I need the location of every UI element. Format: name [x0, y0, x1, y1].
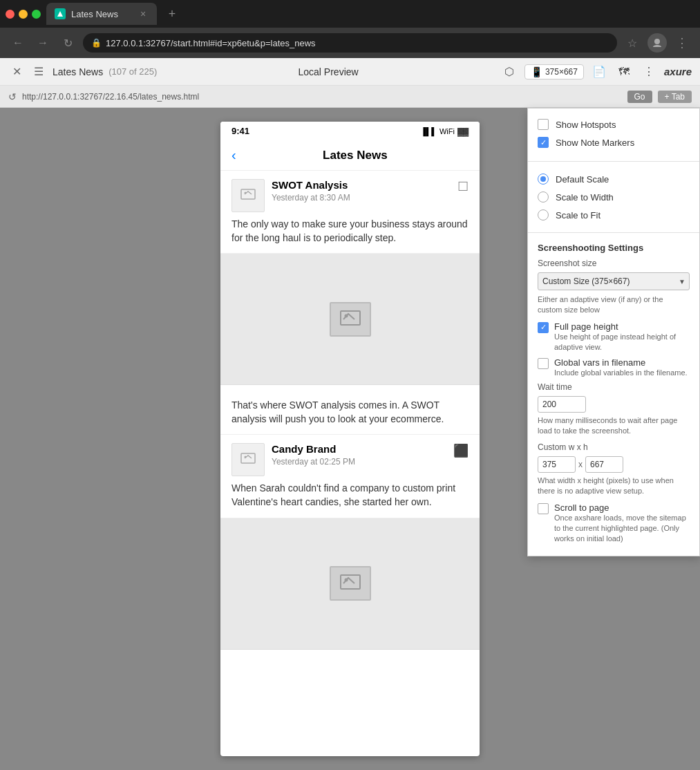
sitemap-icon[interactable]: 🗺	[614, 62, 634, 82]
scale-width-radio[interactable]	[538, 191, 549, 203]
custom-h-input[interactable]	[585, 456, 623, 473]
full-page-height-desc: Use height of page instead height of ada…	[554, 332, 690, 353]
svg-point-7	[245, 456, 247, 458]
wait-time-input[interactable]	[538, 396, 586, 413]
wait-time-row	[538, 396, 690, 413]
bookmark-icon-2[interactable]: ⬛	[453, 443, 469, 458]
page-info: (107 of 225)	[108, 66, 157, 77]
mobile-header: ‹ Lates News	[220, 140, 480, 171]
address-bar[interactable]: 🔒 127.0.0.1:32767/start.html#id=xp6etu&p…	[83, 33, 617, 53]
close-icon[interactable]: ✕	[8, 64, 25, 80]
news-item-2: Candy Brand Yesterday at 02:25 PM ⬛ When…	[220, 435, 480, 518]
mobile-status-bar: 9:41 ▐▌▌ WiFi ▓▓	[220, 122, 480, 140]
show-note-markers-checkbox[interactable]	[538, 137, 549, 148]
scroll-to-page-info: Scroll to page Once axshare loads, move …	[554, 503, 690, 545]
global-vars-checkbox[interactable]	[538, 358, 549, 369]
scale-fit-row[interactable]: Scale to Fit	[538, 206, 690, 224]
custom-wh-row: x	[538, 456, 690, 473]
forward-button[interactable]: →	[33, 33, 53, 53]
sec-url: http://127.0.0.1:32767/22.16.45/lates_ne…	[22, 92, 199, 102]
screenshooting-section: Screenshooting Settings Screenshot size …	[528, 236, 699, 556]
mobile-back-button[interactable]: ‹	[231, 147, 236, 163]
news-item-1: SWOT Analysis Yesterday at 8:30 AM ☐ The…	[220, 171, 480, 254]
nav-bar: ← → ↻ 🔒 127.0.0.1:32767/start.html#id=xp…	[0, 28, 700, 58]
more-icon[interactable]: ⋮	[639, 62, 659, 82]
screenshot-size-select[interactable]: Custom Size (375×667)	[538, 272, 690, 290]
battery-icon: ▓▓	[457, 127, 469, 135]
panel-top-section: Show Hotspots Show Note Markers	[528, 109, 699, 158]
hamburger-icon[interactable]: ☰	[30, 64, 47, 80]
show-hotspots-checkbox[interactable]	[538, 119, 549, 130]
plus-tab-button[interactable]: + Tab	[658, 91, 692, 103]
device-badge[interactable]: 📱 375×667	[524, 64, 584, 79]
scale-default-radio[interactable]	[538, 173, 549, 185]
notes-icon[interactable]: 📄	[589, 62, 609, 82]
scroll-to-page-row: Scroll to page Once axshare loads, move …	[538, 503, 690, 545]
svg-point-9	[344, 579, 348, 582]
go-button[interactable]: Go	[627, 91, 652, 103]
minimize-traffic-light[interactable]	[19, 10, 28, 19]
global-vars-label: Global vars in filename	[554, 357, 688, 368]
scale-fit-radio[interactable]	[538, 209, 549, 220]
full-page-height-row: Full page height Use height of page inst…	[538, 321, 690, 353]
scroll-to-page-checkbox[interactable]	[538, 503, 549, 514]
custom-wh-label: Custom w x h	[538, 442, 690, 452]
scale-fit-label: Scale to Fit	[556, 210, 600, 220]
traffic-lights	[6, 10, 41, 19]
mobile-page-title: Lates News	[242, 149, 469, 162]
header-icons: ⬡ 📱 375×667 📄 🗺 ⋮ axure	[500, 62, 692, 82]
sec-refresh-icon[interactable]: ↺	[8, 91, 17, 102]
custom-wh-desc: What width x height (pixels) to use when…	[538, 476, 690, 497]
app-title: Lates News	[53, 66, 103, 77]
tab-close-button[interactable]: ×	[138, 8, 149, 19]
full-page-height-checkbox[interactable]	[538, 322, 549, 333]
share-icon[interactable]: ⬡	[500, 62, 519, 82]
maximize-traffic-light[interactable]	[32, 10, 41, 19]
sec-tab-buttons: + Tab	[658, 91, 692, 103]
close-traffic-light[interactable]	[6, 10, 15, 19]
bookmark-icon-1[interactable]: ☐	[457, 179, 469, 194]
scale-width-row[interactable]: Scale to Width	[538, 188, 690, 206]
scale-section: Default Scale Scale to Width Scale to Fi…	[528, 165, 699, 229]
screenshot-size-select-wrap: Custom Size (375×667) ▼	[538, 272, 690, 290]
app-header: ✕ ☰ Lates News (107 of 225) Local Previe…	[0, 58, 700, 86]
global-vars-desc: Include global variables in the filename…	[554, 368, 688, 378]
bookmark-button[interactable]: ☆	[623, 33, 642, 53]
show-hotspots-row[interactable]: Show Hotspots	[538, 115, 690, 133]
more-options-button[interactable]: ⋮	[672, 33, 692, 53]
divider-1	[528, 161, 699, 162]
header-center: Local Preview	[162, 66, 494, 77]
news-info-1: SWOT Analysis Yesterday at 8:30 AM	[272, 179, 451, 203]
tab-title: Lates News	[71, 9, 132, 19]
refresh-button[interactable]: ↻	[58, 33, 77, 53]
news-body-1: The only way to make sure your business …	[231, 218, 469, 245]
custom-w-input[interactable]	[538, 456, 576, 473]
full-page-height-info: Full page height Use height of page inst…	[554, 321, 690, 353]
scroll-to-page-desc: Once axshare loads, move the sitemap to …	[554, 513, 690, 545]
news-image-icon-1	[330, 302, 371, 337]
news-title-1: SWOT Analysis	[272, 179, 451, 191]
news-body-cont-text-1: That's where SWOT analysis comes in. A S…	[231, 399, 469, 426]
svg-rect-8	[341, 575, 360, 589]
news-date-2: Yesterday at 02:25 PM	[272, 457, 446, 467]
divider-2	[528, 232, 699, 233]
x-separator: x	[578, 460, 583, 469]
new-tab-button[interactable]: +	[162, 4, 182, 24]
wait-time-desc: How many milliseconds to wait after page…	[538, 415, 690, 437]
svg-point-3	[245, 192, 247, 194]
news-item-2-header: Candy Brand Yesterday at 02:25 PM ⬛	[231, 443, 469, 476]
full-page-height-label: Full page height	[554, 321, 690, 332]
global-vars-info: Global vars in filename Include global v…	[554, 357, 688, 378]
show-note-markers-row[interactable]: Show Note Markers	[538, 133, 690, 151]
screenshot-helper: Either an adaptive view (if any) or the …	[538, 294, 690, 316]
profile-button[interactable]	[647, 33, 667, 53]
browser-tab[interactable]: Lates News ×	[46, 3, 157, 25]
scale-width-label: Scale to Width	[556, 192, 614, 203]
svg-rect-4	[341, 311, 360, 325]
scale-default-row[interactable]: Default Scale	[538, 170, 690, 188]
preview-label: Local Preview	[299, 66, 359, 77]
global-vars-row: Global vars in filename Include global v…	[538, 357, 690, 378]
news-body-2: When Sarah couldn't find a company to cu…	[231, 482, 469, 509]
back-button[interactable]: ←	[8, 33, 28, 53]
screenshot-size-label: Screenshot size	[538, 259, 690, 268]
